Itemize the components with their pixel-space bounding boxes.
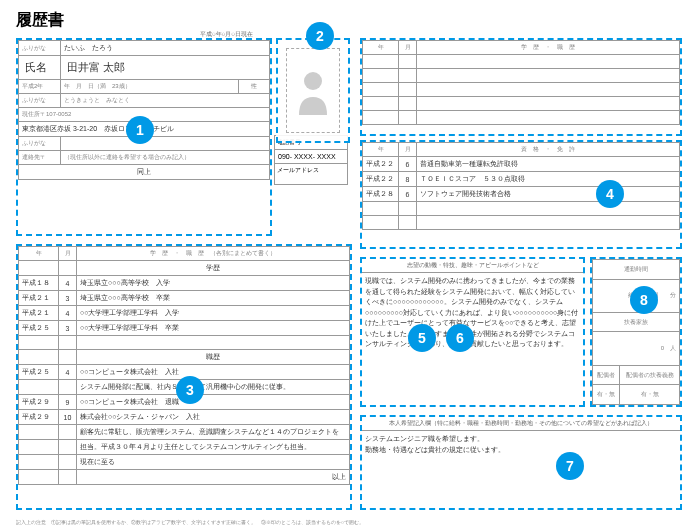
- section-photo: [276, 38, 350, 143]
- job-month: 10: [59, 410, 77, 425]
- badge-4: 4: [596, 180, 624, 208]
- gakureki-header: 学歴: [77, 261, 350, 276]
- phone-value: 090- XXXX- XXXX: [275, 150, 347, 163]
- job-text: ○○コンピュータ株式会社 入社: [77, 365, 350, 380]
- edu-year: 平成２１: [19, 291, 59, 306]
- badge-1: 1: [126, 116, 154, 144]
- job-text: 現在に至る: [77, 455, 350, 470]
- edu-text: ○○大学理工学部理工学科 入学: [77, 306, 350, 321]
- addr-furigana: とうきょうと みなとく: [61, 94, 270, 108]
- contact-note: （現住所以外に連絡を希望する場合のみ記入）: [61, 151, 270, 165]
- job-year: 平成２９: [19, 395, 59, 410]
- job-text: 顧客先に常駐し、販売管理システム、意識調査システムなど１４のプロジェクトを: [77, 425, 350, 440]
- qual-year: 平成２２: [363, 172, 399, 187]
- footnote: 記入上の注意 ①記事は黒の筆記具を使用するか、②数字はアラビア数字で、文字はくず…: [16, 519, 364, 525]
- edu-year: 平成２５: [19, 321, 59, 336]
- job-year: [19, 455, 59, 470]
- badge-3: 3: [176, 376, 204, 404]
- job-year: 平成２９: [19, 410, 59, 425]
- dependents-label: 扶養家族: [593, 312, 680, 332]
- motivation-title: 志望の動機・特技、趣味・アピールポイントなど: [362, 259, 583, 273]
- col-title: 学 歴 ・ 職 歴 （各別にまとめて書く）: [77, 247, 350, 261]
- qual-month: 8: [399, 172, 417, 187]
- spouse-circle: 有・無: [593, 385, 620, 405]
- qual-month: 6: [399, 157, 417, 172]
- edu-month: 4: [59, 276, 77, 291]
- job-month: [59, 455, 77, 470]
- qual-year: 平成２２: [363, 157, 399, 172]
- name-value: 田井富 太郎: [61, 56, 270, 80]
- birth-label: 平成2年: [19, 80, 61, 94]
- job-text: ○○コンピュータ株式会社 退職: [77, 395, 350, 410]
- col-year: 年: [363, 41, 399, 55]
- edu-month: 4: [59, 306, 77, 321]
- qual-text: ＴＯＥＩＣスコア ５３０点取得: [417, 172, 680, 187]
- job-year: 平成２５: [19, 365, 59, 380]
- edu-month: 3: [59, 291, 77, 306]
- birth-detail: 年 月 日（満 23歳）: [61, 80, 239, 94]
- job-month: [59, 440, 77, 455]
- qual-month: 6: [399, 187, 417, 202]
- email-label: メールアドレス: [275, 163, 347, 177]
- name-label: 氏名: [19, 56, 61, 80]
- section-qualifications: 年月資 格 ・ 免 許 平成２２6普通自動車第一種運転免許取得 平成２２8ＴＯＥ…: [360, 140, 682, 249]
- job-month: [59, 425, 77, 440]
- pref-title: 本人希望記入欄（特に給料・職種・勤務時間・勤務地・その他についての希望などがあれ…: [362, 417, 680, 431]
- spouse-label: 配偶者: [593, 365, 620, 385]
- badge-8: 8: [630, 286, 658, 314]
- job-month: 9: [59, 395, 77, 410]
- job-month: 4: [59, 365, 77, 380]
- end-marker: 以上: [77, 470, 350, 485]
- edu-year: 平成２１: [19, 306, 59, 321]
- job-year: [19, 380, 59, 395]
- section-education-career-cont: 年月学 歴 ・ 職 歴: [360, 38, 682, 136]
- shokureki-header: 職歴: [77, 350, 350, 365]
- commute-title: 通勤時間: [593, 260, 680, 280]
- section-preferences: 本人希望記入欄（特に給料・職種・勤務時間・勤務地・その他についての希望などがあれ…: [360, 415, 682, 510]
- badge-2: 2: [306, 22, 334, 50]
- job-text: 株式会社○○システム・ジャパン 入社: [77, 410, 350, 425]
- job-year: [19, 425, 59, 440]
- col-year: 年: [363, 143, 399, 157]
- col-title: 学 歴 ・ 職 歴: [417, 41, 680, 55]
- pref-body1: システムエンジニア職を希望します。: [365, 434, 677, 445]
- edu-text: 埼玉県立○○○高等学校 卒業: [77, 291, 350, 306]
- job-month: [59, 380, 77, 395]
- job-year: [19, 440, 59, 455]
- badge-7: 7: [556, 452, 584, 480]
- contact-label: 連絡先〒: [19, 151, 61, 165]
- edu-year: 平成１８: [19, 276, 59, 291]
- badge-6: 6: [446, 324, 474, 352]
- furigana-name: たいふ たろう: [61, 41, 270, 56]
- col-month: 月: [399, 143, 417, 157]
- edu-text: 埼玉県立○○○高等学校 入学: [77, 276, 350, 291]
- furigana-label: ふりがな: [19, 41, 61, 56]
- section-commute: 通勤時間 約 時間 分 扶養家族 0 人 配偶者配偶者の扶養義務 有・無有・無: [590, 257, 682, 407]
- qual-year: 平成２８: [363, 187, 399, 202]
- svg-point-0: [304, 72, 322, 90]
- col-title: 資 格 ・ 免 許: [417, 143, 680, 157]
- badge-5: 5: [408, 324, 436, 352]
- qual-text: 普通自動車第一種運転免許取得: [417, 157, 680, 172]
- col-month: 月: [399, 41, 417, 55]
- contact-furigana-label: ふりがな: [19, 137, 61, 151]
- dependents-val: 0 人: [593, 332, 680, 365]
- pref-body2: 勤務地・待遇などは貴社の規定に従います。: [365, 445, 677, 456]
- qual-text: ソフトウェア開発技術者合格: [417, 187, 680, 202]
- contact-value: 同上: [19, 165, 270, 180]
- col-year: 年: [19, 247, 59, 261]
- addr-furigana-label: ふりがな: [19, 94, 61, 108]
- person-silhouette-icon: [295, 67, 331, 115]
- document-title: 履歴書: [16, 10, 64, 31]
- gender-label: 性: [238, 80, 269, 94]
- col-month: 月: [59, 247, 77, 261]
- spouse-support-circle: 有・無: [620, 385, 680, 405]
- spouse-support-label: 配偶者の扶養義務: [620, 365, 680, 385]
- job-text: 担当。平成３０年４月より主任としてシステムコンサルティングも担当。: [77, 440, 350, 455]
- edu-text: ○○大学理工学部理工学科 卒業: [77, 321, 350, 336]
- edu-month: 3: [59, 321, 77, 336]
- job-text: システム開発部に配属、社内ＳＥとして汎用機中心の開発に従事。: [77, 380, 350, 395]
